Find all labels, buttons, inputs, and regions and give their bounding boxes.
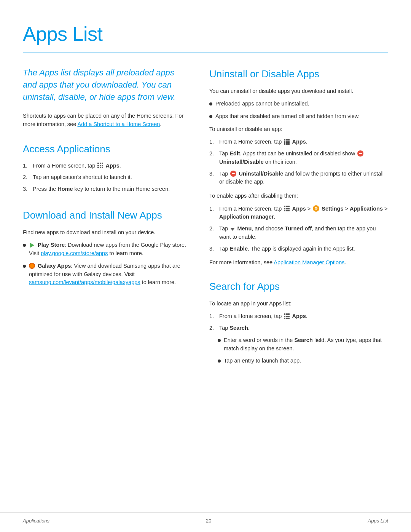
section-title-access: Access Applications <box>23 142 186 157</box>
download-bullets: Play Store: Download new apps from the G… <box>23 241 186 287</box>
access-step-3: 3. Press the Home key to return to the m… <box>23 185 186 193</box>
title-divider <box>23 53 388 53</box>
apps-grid-icon-4 <box>284 313 290 319</box>
galaxy-icon <box>29 263 35 269</box>
play-store-icon <box>29 242 35 248</box>
bullet-dot <box>23 244 26 247</box>
apps-grid-icon <box>97 163 103 168</box>
minus-icon-2 <box>230 171 236 177</box>
bullet-play-store: Play Store: Download new apps from the G… <box>23 241 186 258</box>
two-col-layout: The Apps list displays all preloaded app… <box>23 67 388 369</box>
to-uninstall-label: To uninstall or disable an app: <box>209 125 388 133</box>
search-step-1: 1. From a Home screen, tap Apps. <box>209 312 388 321</box>
bullet-dot-4 <box>209 115 212 118</box>
search-steps: 1. From a Home screen, tap Apps. 2. Tap … <box>209 312 388 332</box>
more-info-text: For more information, see Application Ma… <box>209 258 388 267</box>
bullet-galaxy-apps: Galaxy Apps: View and download Samsung a… <box>23 262 186 287</box>
search-intro: To locate an app in your Apps list: <box>209 299 388 308</box>
footer-page: 20 <box>206 517 211 525</box>
section-title-uninstall: Uninstall or Disable Apps <box>209 67 388 81</box>
search-sub-bullets: Enter a word or words in the Search fiel… <box>218 336 388 365</box>
enable-step-3: 3. Tap Enable. The app is displayed agai… <box>209 245 388 253</box>
access-step-1: 1. From a Home screen, tap Apps. <box>23 162 186 170</box>
menu-arrow-icon <box>230 228 235 231</box>
footer-right: Apps List <box>368 517 388 525</box>
page-title: Apps List <box>23 19 388 49</box>
bullet-disabled: Apps that are disabled are turned off an… <box>209 112 388 121</box>
footer-left: Applications <box>23 517 49 525</box>
section-title-search: Search for Apps <box>209 279 388 294</box>
access-step-2: 2. Tap an application's shortcut to laun… <box>23 173 186 182</box>
enable-steps: 1. From a Home screen, tap Apps > ⚙ Sett… <box>209 205 388 253</box>
app-manager-link[interactable]: Application Manager Options <box>274 259 344 265</box>
shortcuts-text: Shortcuts to apps can be placed on any o… <box>23 112 186 129</box>
enable-step-2: 2. Tap Menu, and choose Turned off, and … <box>209 225 388 241</box>
play-store-link[interactable]: play.google.com/store/apps <box>41 250 108 256</box>
uninstall-intro: You can uninstall or disable apps you do… <box>209 87 388 95</box>
search-bullet-2: Tap an entry to launch that app. <box>218 357 388 365</box>
access-steps-list: 1. From a Home screen, tap Apps. 2. Tap … <box>23 162 186 193</box>
shortcuts-link[interactable]: Add a Shortcut to a Home Screen <box>77 121 160 127</box>
footer: Applications 20 Apps List <box>0 512 411 525</box>
apps-grid-icon-3 <box>284 206 290 211</box>
search-bullet-1: Enter a word or words in the Search fiel… <box>218 336 388 353</box>
uninstall-step-1: 1. From a Home screen, tap Apps. <box>209 138 388 146</box>
galaxy-apps-link[interactable]: samsung.com/levant/apps/mobile/galaxyapp… <box>29 279 140 285</box>
bullet-dot-6 <box>218 359 221 363</box>
left-column: The Apps list displays all preloaded app… <box>23 67 186 369</box>
apps-grid-icon-2 <box>284 139 290 145</box>
settings-icon: ⚙ <box>313 205 319 212</box>
search-step-2: 2. Tap Search. <box>209 324 388 332</box>
uninstall-bullets: Preloaded apps cannot be uninstalled. Ap… <box>209 100 388 121</box>
bullet-dot-2 <box>23 265 26 268</box>
svg-marker-0 <box>30 243 34 248</box>
bullet-preloaded: Preloaded apps cannot be uninstalled. <box>209 100 388 108</box>
section-title-download: Download and Install New Apps <box>23 208 186 223</box>
uninstall-step-2: 2. Tap Edit. Apps that can be uninstalle… <box>209 150 388 166</box>
to-enable-label: To enable apps after disabling them: <box>209 192 388 200</box>
bullet-dot-5 <box>218 339 221 342</box>
page-container: Apps List The Apps list displays all pre… <box>0 0 411 400</box>
right-column: Uninstall or Disable Apps You can uninst… <box>209 67 388 369</box>
enable-step-1: 1. From a Home screen, tap Apps > ⚙ Sett… <box>209 205 388 222</box>
intro-text: The Apps list displays all preloaded app… <box>23 67 186 103</box>
minus-icon <box>357 150 363 157</box>
uninstall-steps: 1. From a Home screen, tap Apps. 2. Tap … <box>209 138 388 186</box>
bullet-dot-3 <box>209 102 212 105</box>
uninstall-step-3: 3. Tap Uninstall/Disable and follow the … <box>209 170 388 187</box>
download-intro: Find new apps to download and install on… <box>23 228 186 236</box>
